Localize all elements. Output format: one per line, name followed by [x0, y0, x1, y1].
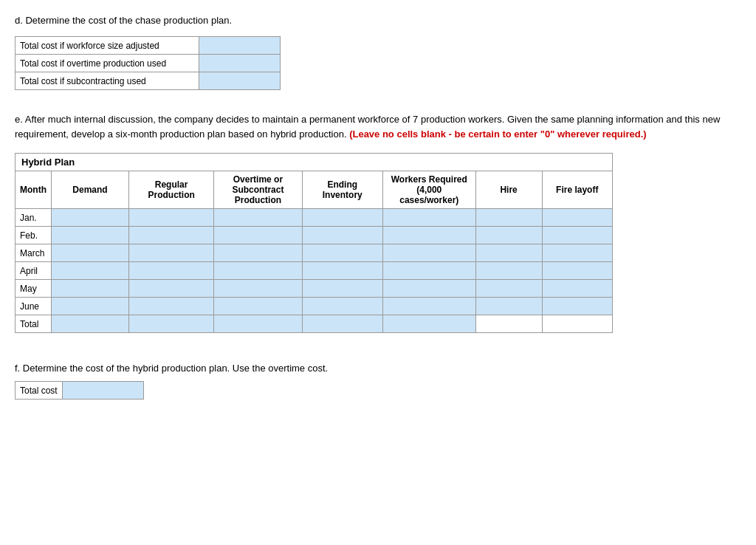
col-fire: Fire layoff	[542, 171, 612, 209]
ot-prod-4[interactable]	[214, 280, 302, 298]
workers-req-2[interactable]	[382, 244, 475, 262]
total-cost-label: Total cost	[16, 382, 63, 400]
col-demand: Demand	[51, 171, 128, 209]
col-workers: Workers Required(4,000 cases/worker)	[382, 171, 475, 209]
section-f: f. Determine the cost of the hybrid prod…	[15, 363, 741, 400]
section-e: e. After much internal discussion, the c…	[15, 112, 741, 333]
total-cost-row: Total cost	[16, 382, 144, 400]
cost-input-0[interactable]	[204, 40, 275, 51]
col-hire: Hire	[475, 171, 542, 209]
ot-prod-1[interactable]	[214, 227, 302, 244]
ending-inv-0[interactable]	[302, 209, 382, 227]
month-cell-2: March	[16, 244, 52, 262]
hybrid-plan-label: Hybrid Plan	[15, 153, 613, 171]
reg-prod-0[interactable]	[129, 209, 214, 227]
fire-4[interactable]	[542, 280, 612, 298]
section-e-paragraph: e. After much internal discussion, the c…	[15, 112, 724, 141]
cost-row-2: Total cost if subcontracting used	[16, 72, 281, 90]
section-e-bold: (Leave no cells blank - be certain to en…	[349, 128, 646, 140]
hybrid-row-3: April	[16, 262, 613, 280]
demand-5[interactable]	[51, 298, 128, 315]
hire-total	[475, 315, 542, 333]
section-d-title: d. Determine the cost of the chase produ…	[15, 15, 741, 26]
demand-6[interactable]	[51, 315, 128, 333]
workers-req-1[interactable]	[382, 227, 475, 244]
workers-req-6[interactable]	[382, 315, 475, 333]
total-cost-value[interactable]	[62, 382, 143, 400]
fire-total	[542, 315, 612, 333]
cost-row-1: Total cost if overtime production used	[16, 55, 281, 72]
ending-inv-1[interactable]	[302, 227, 382, 244]
workers-req-5[interactable]	[382, 298, 475, 315]
month-cell-1: Feb.	[16, 227, 52, 244]
ot-prod-6[interactable]	[214, 315, 302, 333]
reg-prod-4[interactable]	[129, 280, 214, 298]
reg-prod-3[interactable]	[129, 262, 214, 280]
workers-req-4[interactable]	[382, 280, 475, 298]
cost-value-2[interactable]	[199, 72, 281, 90]
month-cell-6: Total	[16, 315, 52, 333]
cost-input-2[interactable]	[204, 75, 275, 86]
ot-prod-3[interactable]	[214, 262, 302, 280]
hybrid-row-2: March	[16, 244, 613, 262]
demand-3[interactable]	[51, 262, 128, 280]
hybrid-row-5: June	[16, 298, 613, 315]
demand-2[interactable]	[51, 244, 128, 262]
ending-inv-4[interactable]	[302, 280, 382, 298]
month-cell-0: Jan.	[16, 209, 52, 227]
reg-prod-1[interactable]	[129, 227, 214, 244]
workers-req-0[interactable]	[382, 209, 475, 227]
hire-5[interactable]	[475, 298, 542, 315]
cost-label-0: Total cost if workforce size adjusted	[16, 37, 199, 55]
ot-prod-0[interactable]	[214, 209, 302, 227]
fire-5[interactable]	[542, 298, 612, 315]
cost-value-1[interactable]	[199, 55, 281, 72]
ot-prod-5[interactable]	[214, 298, 302, 315]
demand-4[interactable]	[51, 280, 128, 298]
hire-2[interactable]	[475, 244, 542, 262]
col-overtime: Overtime or SubcontractProduction	[214, 171, 302, 209]
reg-prod-5[interactable]	[129, 298, 214, 315]
reg-prod-2[interactable]	[129, 244, 214, 262]
hybrid-row-4: May	[16, 280, 613, 298]
fire-3[interactable]	[542, 262, 612, 280]
col-month: Month	[16, 171, 52, 209]
section-d: d. Determine the cost of the chase produ…	[15, 15, 741, 90]
cost-value-0[interactable]	[199, 37, 281, 55]
ot-prod-2[interactable]	[214, 244, 302, 262]
hire-3[interactable]	[475, 262, 542, 280]
total-cost-input[interactable]	[67, 385, 139, 396]
hire-0[interactable]	[475, 209, 542, 227]
month-cell-5: June	[16, 298, 52, 315]
cost-label-1: Total cost if overtime production used	[16, 55, 199, 72]
ending-inv-6[interactable]	[302, 315, 382, 333]
hybrid-row-6: Total	[16, 315, 613, 333]
workers-req-3[interactable]	[382, 262, 475, 280]
fire-2[interactable]	[542, 244, 612, 262]
col-ending-inv: EndingInventory	[302, 171, 382, 209]
cost-label-2: Total cost if subcontracting used	[16, 72, 199, 90]
col-regular: RegularProduction	[129, 171, 214, 209]
hybrid-table: Month Demand RegularProduction Overtime …	[15, 171, 613, 333]
cost-row-0: Total cost if workforce size adjusted	[16, 37, 281, 55]
section-f-title: f. Determine the cost of the hybrid prod…	[15, 363, 741, 374]
cost-input-1[interactable]	[204, 58, 275, 69]
ending-inv-5[interactable]	[302, 298, 382, 315]
reg-prod-6[interactable]	[129, 315, 214, 333]
month-cell-3: April	[16, 262, 52, 280]
fire-1[interactable]	[542, 227, 612, 244]
ending-inv-2[interactable]	[302, 244, 382, 262]
ending-inv-3[interactable]	[302, 262, 382, 280]
cost-table-d: Total cost if workforce size adjusted To…	[15, 36, 281, 90]
demand-1[interactable]	[51, 227, 128, 244]
fire-0[interactable]	[542, 209, 612, 227]
month-cell-4: May	[16, 280, 52, 298]
cost-table-f: Total cost	[15, 381, 144, 400]
demand-0[interactable]	[51, 209, 128, 227]
hire-4[interactable]	[475, 280, 542, 298]
hybrid-row-1: Feb.	[16, 227, 613, 244]
hire-1[interactable]	[475, 227, 542, 244]
hybrid-row-0: Jan.	[16, 209, 613, 227]
